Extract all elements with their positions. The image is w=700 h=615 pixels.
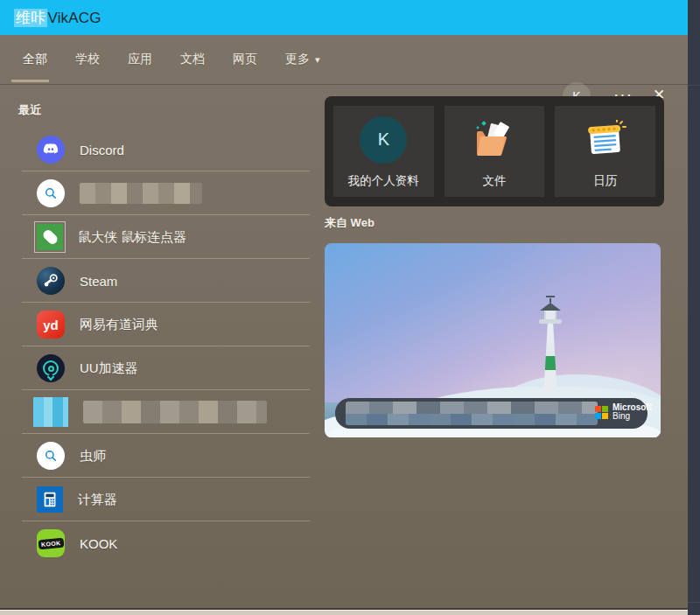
search-query-highlight: 维咔 <box>14 9 47 27</box>
mouse-clicker-icon <box>37 224 63 250</box>
chevron-down-icon: ▾ <box>315 54 320 66</box>
recent-item-discord[interactable]: Discord <box>14 128 312 171</box>
recent-item-label: UU加速器 <box>80 360 138 377</box>
discord-icon <box>37 136 65 164</box>
recent-item-label: 网易有道词典 <box>80 317 158 333</box>
tab-more-label: 更多 <box>285 52 310 67</box>
recent-item-mouse-clicker[interactable]: 鼠大侠 鼠标连点器 <box>14 215 312 259</box>
recent-item-label: Discord <box>80 143 124 157</box>
recent-item-calculator[interactable]: 计算器 <box>14 478 312 521</box>
uu-booster-icon <box>37 354 65 382</box>
tab-school[interactable]: 学校 <box>75 52 100 67</box>
search-query-text: 维咔VikACG <box>14 8 102 28</box>
recent-item-chongshi[interactable]: 虫师 <box>14 434 312 478</box>
search-result-icon <box>37 442 65 470</box>
frozen-lighthouse <box>537 296 564 394</box>
recent-item-youdao[interactable]: yd 网易有道词典 <box>14 303 312 346</box>
tabs: 全部 学校 应用 文档 网页 更多 ▾ <box>23 35 320 84</box>
from-web-section-header: 来自 Web <box>325 215 374 231</box>
recent-item-label: 虫师 <box>80 448 106 465</box>
recent-item-label: KOOK <box>80 536 117 551</box>
tile-label: 文件 <box>483 173 507 189</box>
tile-label: 日历 <box>593 173 617 189</box>
microsoft-bing-logo: Microsoft Bing <box>595 403 652 421</box>
search-box[interactable]: 维咔VikACG <box>0 0 688 35</box>
bing-logo-text-line2: Bing <box>612 412 652 421</box>
recent-item-redacted-2[interactable] <box>14 390 312 434</box>
profile-avatar-icon: K <box>360 116 407 164</box>
bing-daily-image-card[interactable]: Microsoft Bing <box>325 243 661 437</box>
quick-access-panel: K 我的个人资料 <box>325 96 664 206</box>
recent-item-kook[interactable]: KOOK KOOK <box>14 521 312 565</box>
steam-icon <box>37 267 65 295</box>
redacted-caption <box>346 402 598 425</box>
microsoft-logo-icon <box>595 406 608 419</box>
tab-all[interactable]: 全部 <box>23 52 47 67</box>
tab-more[interactable]: 更多 ▾ <box>285 52 320 67</box>
youdao-dict-icon: yd <box>37 311 65 339</box>
recent-item-label: 鼠大侠 鼠标连点器 <box>78 229 186 246</box>
tile-label: 我的个人资料 <box>348 173 419 189</box>
files-folder-icon <box>471 120 518 160</box>
tile-files[interactable]: 文件 <box>444 106 545 197</box>
recent-section-header: 最近 <box>18 102 41 118</box>
redacted-icon <box>33 397 68 427</box>
recent-item-uu-booster[interactable]: UU加速器 <box>14 346 312 390</box>
calculator-icon <box>37 486 63 513</box>
desktop-edge-right <box>688 0 700 615</box>
tab-apps[interactable]: 应用 <box>128 52 152 67</box>
recent-item-steam[interactable]: Steam <box>14 259 312 303</box>
tile-calendar[interactable]: 日历 <box>555 106 655 197</box>
tile-my-profile[interactable]: K 我的个人资料 <box>333 106 434 197</box>
taskbar-edge-bottom <box>0 608 688 615</box>
search-result-icon <box>37 179 65 207</box>
search-query-rest: VikACG <box>47 10 101 26</box>
search-tabbar: 全部 学校 应用 文档 网页 更多 ▾ K ··· ✕ <box>0 35 688 85</box>
recent-list: Discord 鼠大侠 鼠标连点器 Steam yd 网易有道词 <box>14 128 312 565</box>
search-window: 维咔VikACG 全部 学校 应用 文档 网页 更多 ▾ K ··· ✕ 最近 <box>0 0 688 608</box>
tab-documents[interactable]: 文档 <box>180 52 205 67</box>
kook-icon: KOOK <box>37 529 65 557</box>
recent-item-label: 计算器 <box>78 492 117 508</box>
windows-search-flyout: 维咔VikACG 全部 学校 应用 文档 网页 更多 ▾ K ··· ✕ 最近 <box>0 0 700 615</box>
tab-web[interactable]: 网页 <box>233 52 257 67</box>
redacted-label <box>83 401 267 423</box>
calendar-notepad-icon <box>582 120 629 160</box>
recent-item-redacted-1[interactable] <box>14 171 312 215</box>
recent-item-label: Steam <box>80 274 117 289</box>
redacted-label <box>80 183 202 204</box>
